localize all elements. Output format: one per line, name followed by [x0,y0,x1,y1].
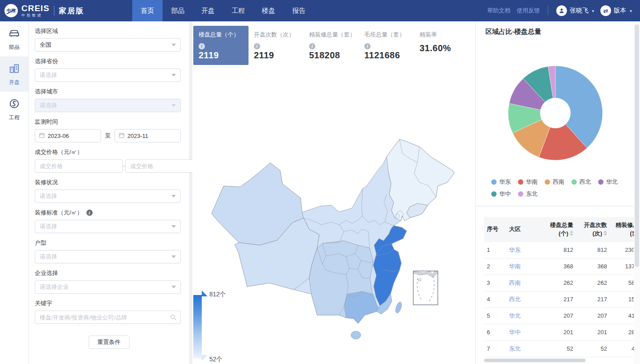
calendar-icon [39,132,45,140]
info-icon[interactable]: i [86,210,93,216]
city-select[interactable]: 请选择 [35,99,181,112]
region-link[interactable]: 华中 [507,324,538,340]
company-select[interactable]: 请选择企业 [35,280,181,294]
nav-tab-0[interactable]: 首页 [132,0,163,21]
map-region-guangxi-guangdong [344,291,379,324]
main-nav-tabs: 首页部品开盘工程楼盘报告 [132,0,314,21]
table-header-3[interactable]: 开盘次数(次) [575,217,609,242]
table-cell: 262 [538,275,575,291]
decoration-standard-label: 装修标准（元/㎡） [35,209,83,217]
module-sidebar: 部品开盘工程 [0,21,29,364]
city-label: 选择城市 [35,88,189,96]
table-cell: 368 [538,258,575,275]
table-cell: 5 [484,307,507,324]
date-to-input[interactable]: 2023-11 [114,129,181,142]
stat-value: 2119 [199,50,243,61]
vertical-scrollbar-track [634,21,640,364]
region-link[interactable]: 华南 [507,258,538,275]
table-cell: 217 [538,291,575,307]
version-label: 版本 [614,7,626,15]
table-cell: 262 [575,275,609,291]
avatar [556,5,567,16]
scale-handle-max [202,291,208,296]
legend-item-华中[interactable]: 华中 [491,190,511,198]
stat-card-0[interactable]: 楼盘总量（个）i2119 [193,26,249,65]
legend-item-华北[interactable]: 华北 [598,178,618,186]
unit-type-label: 户型 [35,239,189,247]
legend-item-西北[interactable]: 西北 [571,178,591,186]
logo[interactable]: 中指 CREIS 中指数据 家居版 [0,4,132,17]
table-cell: 3 [484,275,507,291]
province-select[interactable]: 请选择 [35,69,181,82]
legend-item-华东[interactable]: 华东 [491,178,511,186]
table-cell: 812 [538,242,575,259]
table-header-0: 序号 [484,217,507,242]
decoration-standard-select[interactable]: 请选择 [35,220,181,233]
sort-icon[interactable] [603,231,607,236]
sidebar-item-1[interactable]: 开盘 [0,57,29,92]
stat-label: 精装率 [420,31,464,39]
info-icon[interactable]: i [199,43,205,49]
feedback-link[interactable]: 使用反馈 [517,7,540,15]
chevron-down-icon [171,44,176,46]
region-summary-panel: 区域占比-楼盘总量 华东华南西南西北华北华中东北 序号大区楼盘总量(个)开盘次数… [476,21,640,364]
legend-item-华南[interactable]: 华南 [518,178,538,186]
legend-item-西南[interactable]: 西南 [545,178,564,186]
legend-item-东北[interactable]: 东北 [518,190,538,198]
nav-tab-3[interactable]: 工程 [223,0,253,21]
reset-filters-button[interactable]: 重置条件 [89,336,130,349]
chevron-down-icon: ▾ [630,8,632,13]
sidebar-item-0[interactable]: 部品 [0,21,29,57]
version-menu[interactable]: ⇄ 版本 ▾ [600,5,632,16]
keyword-search-input[interactable] [35,311,181,324]
table-cell: 207 [575,307,609,324]
legend-dot [491,191,497,197]
stat-label: 开盘次数（次） [254,31,298,39]
region-donut-chart[interactable] [476,39,635,175]
nav-tab-2[interactable]: 开盘 [193,0,223,21]
panel-divider [476,206,633,206]
stat-value: 518208 [309,50,354,61]
sidebar-item-2[interactable]: 工程 [0,92,29,127]
vertical-scrollbar[interactable] [635,24,639,267]
region-link[interactable]: 华东 [507,242,538,259]
topbar-divider [548,6,548,15]
app-root: 中指 CREIS 中指数据 家居版 首页部品开盘工程楼盘报告 帮助文档 使用反馈… [0,0,640,364]
price-min-input[interactable] [35,159,123,173]
stat-label: 楼盘总量（个） [199,31,243,39]
table-header-2[interactable]: 楼盘总量(个) [538,217,575,242]
table-row: 2华南368368137768 [484,258,640,275]
decoration-status-select[interactable]: 请选择 [35,190,181,203]
user-menu[interactable]: 张晓飞 ▾ [556,5,594,16]
horizontal-scrollbar[interactable] [484,359,586,362]
help-docs-link[interactable]: 帮助文档 [487,7,510,15]
region-link[interactable]: 东北 [507,340,538,357]
stat-card-4[interactable]: 精装率31.60% [414,26,469,65]
donut-legend: 华东华南西南西北华北华中东北 [491,178,625,198]
map-scale-legend[interactable]: 812个 52个 [193,291,251,362]
info-icon[interactable]: i [364,43,371,49]
table-cell: 4 [484,291,507,307]
info-icon[interactable]: i [254,43,260,49]
table-cell: 2 [484,258,507,275]
legend-dot [598,179,603,185]
info-icon[interactable]: i [309,43,315,49]
stat-card-3[interactable]: 毛坯总量（套）i1121686 [359,26,414,65]
nav-tab-4[interactable]: 楼盘 [253,0,284,21]
region-link[interactable]: 西北 [507,291,538,307]
sort-icon[interactable] [570,231,573,236]
unit-type-select[interactable]: 请选择 [35,250,181,263]
table-cell: 368 [575,258,609,275]
nav-tab-1[interactable]: 部品 [163,0,193,21]
search-icon[interactable] [170,314,177,321]
table-cell: 52 [575,340,609,357]
date-from-input[interactable]: 2023-06 [35,129,101,142]
chevron-down-icon [171,286,176,288]
region-link[interactable]: 华北 [507,307,538,324]
region-select[interactable]: 全国 [35,38,181,52]
stat-card-2[interactable]: 精装修总量（套）i518208 [304,26,359,65]
region-link[interactable]: 西南 [507,275,538,291]
nav-tab-5[interactable]: 报告 [284,0,314,21]
logo-subtitle: 中指数据 [21,14,49,17]
stat-card-1[interactable]: 开盘次数（次）i2119 [249,26,304,65]
